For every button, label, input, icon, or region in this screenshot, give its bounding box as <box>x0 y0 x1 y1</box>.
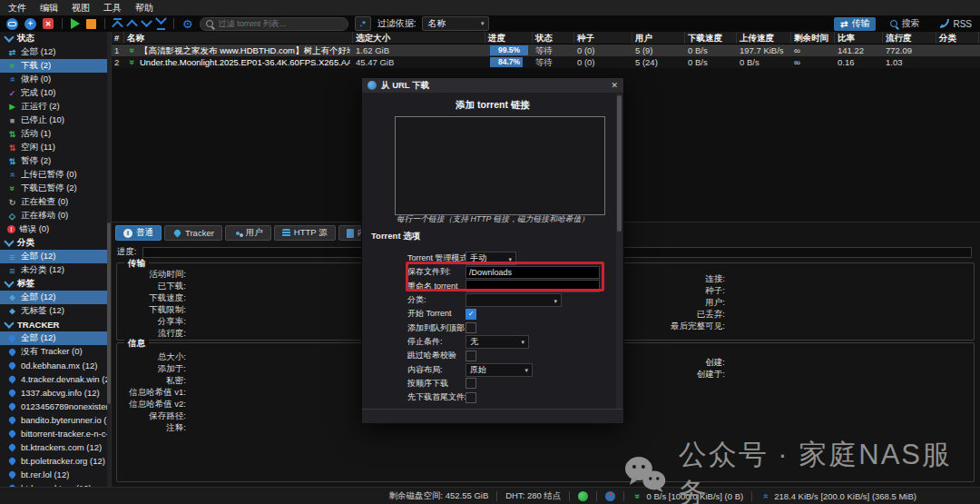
move-to-top-button[interactable] <box>113 18 122 29</box>
tab-transfers[interactable]: 传输 <box>834 17 876 31</box>
sidebar-item[interactable]: 正在检查 (0) <box>0 195 111 209</box>
sidebar-item[interactable]: bt.poletracker.org (12) <box>0 454 111 468</box>
dialog-form-row: 跳过哈希校验 <box>362 349 614 362</box>
alternative-speed-icon[interactable] <box>605 491 615 501</box>
column-header[interactable]: 用户 <box>632 32 685 44</box>
sidebar-item[interactable]: 错误 (0) <box>0 222 111 236</box>
move-up-button[interactable] <box>126 19 138 31</box>
stop-button[interactable] <box>86 19 96 29</box>
sidebar-item[interactable]: 未分类 (12) <box>0 263 111 277</box>
sidebar-item[interactable]: 1337.abcvg.info (12) <box>0 386 111 400</box>
menu-item[interactable]: 工具 <box>103 2 122 15</box>
sidebar-item[interactable]: bittorrent-tracker.e-n-c-r-y-p-t.net <box>0 427 111 440</box>
close-icon[interactable]: ✕ <box>611 81 618 90</box>
sidebar-item[interactable]: bt.ktrackers.com (12) <box>0 440 111 454</box>
dht-nodes: DHT: 280 结点 <box>505 490 561 502</box>
popularity-cell: 1.03 <box>883 56 936 68</box>
menu-item[interactable]: 视图 <box>72 2 90 15</box>
rename-torrent-input[interactable] <box>466 280 600 292</box>
column-header[interactable]: # <box>112 32 124 44</box>
sidebar-section-header[interactable]: 标签 <box>0 277 111 291</box>
table-row[interactable]: 2Under.the.Moonlight.2025.EP01-36.4K.60F… <box>112 56 980 68</box>
sidebar-item[interactable]: 正运行 (2) <box>0 100 111 114</box>
sidebar-item[interactable]: 没有 Tracker (0) <box>0 345 111 359</box>
sidebar-item[interactable]: 完成 (10) <box>0 86 111 100</box>
sidebar-item[interactable]: 0123456789nonexistent.com (12) <box>0 400 111 413</box>
sidebar-item[interactable]: 做种 (0) <box>0 73 111 86</box>
filter-by-select[interactable]: 名称 ▾ <box>422 16 489 31</box>
chevron-down-icon <box>554 296 557 305</box>
menu-item[interactable]: 文件 <box>8 2 26 15</box>
column-header[interactable]: 种子 <box>574 32 632 44</box>
sidebar-section-header[interactable]: 分类 <box>0 236 111 250</box>
column-header[interactable]: 选定大小 <box>353 32 485 44</box>
peers-cell: 5 (24) <box>632 56 685 68</box>
progress-value: 99.5% <box>490 45 528 55</box>
sidebar-item[interactable]: 全部 (12) <box>0 250 111 263</box>
column-header[interactable]: 流行度 <box>883 32 936 44</box>
tab-general[interactable]: 普通 <box>115 225 162 241</box>
sidebar-item[interactable]: 正在移动 (0) <box>0 209 111 222</box>
move-down-button[interactable] <box>141 15 152 27</box>
add-to-top-of-queue-checkbox[interactable] <box>466 322 476 333</box>
sidebar-item[interactable]: 暂停 (2) <box>0 154 111 168</box>
sidebar-item[interactable]: bandito.byterunner.io (12) <box>0 413 111 427</box>
sidebar-item[interactable]: 4.tracker.devnak.win (2) <box>0 372 111 386</box>
sidebar-item[interactable]: 0d.kebhana.mx (12) <box>0 359 111 372</box>
column-header[interactable]: 分类 <box>936 32 979 44</box>
tab-peers[interactable]: 用户 <box>225 225 271 241</box>
column-header[interactable]: 状态 <box>533 32 574 44</box>
skip-hash-check-checkbox[interactable] <box>466 351 476 361</box>
sidebar-item[interactable]: 上传已暂停 (0) <box>0 168 111 182</box>
tab-http-sources[interactable]: HTTP 源 <box>274 225 336 241</box>
column-header[interactable]: 上传速度 <box>737 32 791 44</box>
add-torrent-link-button[interactable] <box>6 18 18 30</box>
stop-condition-select[interactable]: 无 <box>466 335 529 349</box>
torrent-links-textarea[interactable] <box>395 116 605 215</box>
column-header[interactable]: 剩余时间 <box>791 32 835 44</box>
dialog-titlebar[interactable]: 从 URL 下载 ✕ <box>362 78 623 93</box>
connection-status-icon[interactable] <box>578 491 588 501</box>
add-torrent-file-button[interactable] <box>24 18 36 30</box>
menu-item[interactable]: 帮助 <box>135 2 153 15</box>
sidebar-item[interactable]: 下载 (2) <box>0 59 111 73</box>
dialog-scrollbar[interactable] <box>616 94 622 409</box>
sidebar-item[interactable]: 下载已暂停 (2) <box>0 182 111 195</box>
save-path-input[interactable]: /Downloads <box>466 266 600 279</box>
sidebar-scrollbar[interactable] <box>107 32 111 488</box>
sidebar-item[interactable]: 全部 (12) <box>0 45 111 59</box>
start-torrent-checkbox[interactable] <box>466 309 476 320</box>
sidebar-item[interactable]: 无标签 (12) <box>0 304 111 318</box>
category-select[interactable] <box>466 293 562 307</box>
content-layout-select[interactable]: 原始 <box>466 363 533 377</box>
sequential-download-checkbox[interactable] <box>466 378 476 389</box>
torrent-filter-input[interactable] <box>217 18 329 29</box>
sidebar-item[interactable]: 已停止 (10) <box>0 114 111 127</box>
first-last-pieces-checkbox[interactable] <box>466 392 476 403</box>
tab-trackers[interactable]: Tracker <box>164 225 222 241</box>
rss-icon <box>940 19 949 28</box>
move-to-bottom-button[interactable] <box>157 17 165 30</box>
sidebar-item[interactable]: 全部 (12) <box>0 331 111 345</box>
sidebar-item[interactable]: 活动 (1) <box>0 127 111 141</box>
column-header[interactable]: 进度 <box>485 32 533 44</box>
tab-rss[interactable]: RSS <box>934 17 978 31</box>
search-icon <box>206 20 213 27</box>
table-row[interactable]: 1【高清影视之家发布 www.HDBTHD.com】树上有个好地方2：美术老师的… <box>112 44 980 56</box>
options-gear-button[interactable]: ⚙ <box>182 18 193 30</box>
sidebar-item[interactable]: bt.rer.lol (12) <box>0 468 111 481</box>
delete-button[interactable] <box>43 18 54 29</box>
sidebar-section-header[interactable]: TRACKER <box>0 318 111 331</box>
tab-search[interactable]: 搜索 <box>884 17 926 31</box>
start-button[interactable] <box>71 18 80 29</box>
regex-filter-button[interactable]: .* <box>355 16 371 31</box>
sidebar-item[interactable]: 全部 (12) <box>0 291 111 304</box>
column-header[interactable]: 名称 <box>124 32 353 44</box>
management-mode-select[interactable]: 手动 <box>466 252 516 265</box>
menu-item[interactable]: 编辑 <box>40 2 58 15</box>
sidebar-section-header[interactable]: 状态 <box>0 32 111 45</box>
sidebar-item[interactable]: 空闲 (11) <box>0 141 111 154</box>
torrent-filter-box[interactable] <box>200 17 348 31</box>
column-header[interactable]: 下载速度 <box>685 32 737 44</box>
column-header[interactable]: 比率 <box>835 32 883 44</box>
